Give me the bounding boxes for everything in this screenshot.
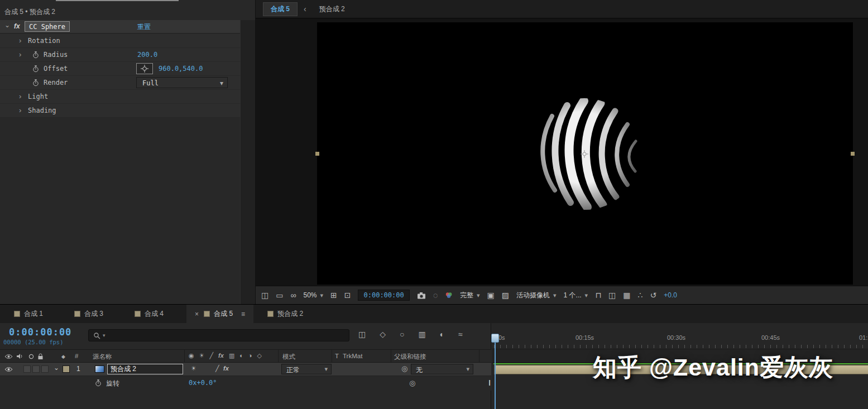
graph-editor-icon[interactable]: ≈ bbox=[458, 330, 463, 339]
panel-menu-icon[interactable]: ≡ bbox=[241, 310, 245, 318]
property-pickwhip-icon[interactable]: ◎ bbox=[409, 379, 415, 387]
solo-toggle-cell[interactable] bbox=[32, 365, 40, 373]
chevron-right-icon[interactable]: › bbox=[19, 36, 21, 45]
column-divider[interactable] bbox=[391, 350, 391, 362]
rotation-property-row[interactable]: 旋转 0x+0.0° ◎ bbox=[0, 376, 491, 391]
fx-switch-icon[interactable]: fx bbox=[223, 365, 229, 372]
property-row-light[interactable]: › Light bbox=[0, 90, 240, 104]
zoom-dropdown[interactable]: 50% ▾ bbox=[303, 291, 323, 299]
render-dropdown[interactable]: Full ▾ bbox=[136, 77, 228, 88]
search-input[interactable] bbox=[108, 331, 331, 339]
column-divider[interactable] bbox=[479, 350, 479, 362]
eye-icon[interactable] bbox=[4, 354, 13, 359]
mode-column-header[interactable]: 模式 bbox=[282, 353, 295, 361]
viewer-tab-precomp2[interactable]: 预合成 2 bbox=[313, 3, 352, 16]
resolution-dropdown[interactable]: 完整 ▾ bbox=[460, 291, 480, 300]
frame-blend-switch-icon[interactable]: ▥ bbox=[229, 352, 234, 359]
source-name-column-header[interactable]: 源名称 bbox=[93, 353, 112, 361]
layer-expand-caret-icon[interactable]: ⌄ bbox=[54, 364, 59, 372]
property-row-radius[interactable]: › Radius 200.0 bbox=[0, 48, 240, 62]
chevron-right-icon[interactable]: › bbox=[19, 106, 21, 114]
motion-blur-icon[interactable]: ◐ bbox=[440, 330, 444, 339]
close-icon[interactable]: × bbox=[195, 310, 199, 318]
parent-pickwhip-icon[interactable]: ◎ bbox=[401, 364, 407, 373]
fx-switch-icon[interactable]: fx bbox=[218, 352, 224, 359]
safe-margins-icon[interactable]: ⊡ bbox=[344, 291, 351, 300]
view-layout-icon[interactable]: ⊓ bbox=[595, 291, 601, 300]
draft-3d-icon[interactable]: ◇ bbox=[380, 330, 386, 339]
index-column-header[interactable]: # bbox=[75, 353, 78, 359]
chevron-down-icon[interactable]: ▾ bbox=[103, 333, 105, 338]
chevron-right-icon[interactable]: › bbox=[19, 92, 21, 100]
caret-open-icon[interactable]: ⌄ bbox=[4, 21, 10, 29]
property-row-rotation[interactable]: › Rotation bbox=[0, 34, 240, 48]
mini-flowchart-icon[interactable]: ◫ bbox=[358, 330, 366, 339]
property-row-offset[interactable]: Offset 960.0,540.0 bbox=[0, 62, 240, 76]
monitor-icon[interactable]: ▭ bbox=[276, 291, 283, 300]
effect-header-cc-sphere[interactable]: ⌄ fx CC Sphere 重置 bbox=[0, 20, 240, 33]
audio-toggle-cell[interactable] bbox=[23, 365, 31, 373]
playhead-line[interactable] bbox=[495, 334, 496, 409]
property-row-shading[interactable]: › Shading bbox=[0, 104, 240, 118]
parent-dropdown[interactable]: 无 ▾ bbox=[411, 364, 473, 374]
quality-switch-icon[interactable]: ╱ bbox=[209, 352, 213, 359]
camera-view-dropdown[interactable]: 活动摄像机 ▾ bbox=[516, 291, 557, 300]
blend-mode-dropdown[interactable]: 正常 ▾ bbox=[281, 364, 332, 374]
collapse-switch-icon[interactable]: ☀ bbox=[191, 365, 196, 372]
dual-view-icon[interactable]: ◫ bbox=[261, 291, 268, 300]
parent-link-column-header[interactable]: 父级和链接 bbox=[394, 353, 426, 361]
comp-edge-handle-left[interactable] bbox=[315, 152, 319, 156]
timeline-tab-precomp2[interactable]: 预合成 2 bbox=[259, 305, 311, 323]
playhead-handle[interactable] bbox=[491, 334, 499, 343]
timeline-search[interactable]: ▾ bbox=[88, 329, 349, 341]
layer-label-swatch[interactable] bbox=[63, 365, 70, 373]
stopwatch-icon[interactable] bbox=[32, 79, 39, 86]
collapse-switch-icon[interactable]: ☀ bbox=[199, 352, 205, 359]
layer-name-field[interactable]: 预合成 2 bbox=[107, 364, 183, 374]
fx-badge-icon[interactable]: fx bbox=[14, 22, 20, 30]
lock-icon[interactable] bbox=[37, 353, 44, 360]
grid-guides-icon[interactable]: ⊞ bbox=[330, 291, 337, 300]
pixel-aspect-icon[interactable]: ◫ bbox=[608, 291, 616, 300]
current-timecode[interactable]: 0:00:00:00 bbox=[9, 326, 71, 338]
region-of-interest-icon[interactable]: ▣ bbox=[487, 291, 495, 300]
exposure-value[interactable]: +0.0 bbox=[664, 291, 677, 299]
stopwatch-icon[interactable] bbox=[95, 379, 102, 387]
stopwatch-icon[interactable] bbox=[32, 51, 39, 59]
anchor-point-icon[interactable] bbox=[580, 150, 589, 158]
show-snapshot-icon[interactable]: ◌ bbox=[433, 291, 438, 300]
stereo-glasses-icon[interactable]: ∞ bbox=[290, 291, 296, 300]
property-row-render[interactable]: Render Full ▾ bbox=[0, 76, 240, 90]
frame-blend-icon[interactable]: ▥ bbox=[418, 330, 425, 339]
property-value[interactable]: 200.0 bbox=[137, 51, 157, 59]
channels-icon[interactable] bbox=[445, 292, 453, 299]
chevron-right-icon[interactable]: › bbox=[19, 50, 21, 59]
layer-eye-icon[interactable] bbox=[4, 367, 13, 372]
viewer-tab-comp5[interactable]: 合成 5 bbox=[263, 2, 298, 16]
back-arrow-icon[interactable]: ‹ bbox=[304, 4, 306, 13]
column-divider[interactable] bbox=[184, 350, 185, 362]
transparency-grid-icon[interactable]: ▨ bbox=[502, 291, 509, 300]
reset-exposure-icon[interactable]: ↺ bbox=[650, 291, 656, 300]
adjustment-switch-icon[interactable]: ◑ bbox=[248, 352, 252, 359]
view-count-dropdown[interactable]: 1 个... ▾ bbox=[564, 291, 588, 300]
shy-switch-icon[interactable]: ◉ bbox=[189, 352, 194, 359]
motion-blur-switch-icon[interactable]: ◐ bbox=[239, 352, 243, 359]
stopwatch-icon[interactable] bbox=[32, 65, 39, 73]
column-divider[interactable] bbox=[332, 350, 332, 362]
timeline-tab-comp4[interactable]: 合成 4 bbox=[126, 305, 172, 323]
scrollbar-gutter[interactable] bbox=[240, 20, 255, 304]
audio-icon[interactable] bbox=[16, 353, 23, 359]
composition-viewport[interactable] bbox=[256, 18, 868, 286]
trkmat-column-header[interactable]: TrkMat bbox=[343, 353, 362, 359]
quality-switch-icon[interactable]: ╱ bbox=[215, 365, 219, 372]
layer-row-1[interactable]: ⌄ 1 预合成 2 ☀ ╱ fx 正常 ▾ ◎ 无 ▾ bbox=[0, 363, 491, 376]
property-value[interactable]: 960.0,540.0 bbox=[159, 65, 203, 73]
fast-preview-icon[interactable]: ▦ bbox=[623, 291, 630, 300]
shy-layers-icon[interactable]: ○ bbox=[400, 330, 404, 339]
threed-switch-icon[interactable]: ◇ bbox=[257, 352, 262, 359]
solo-icon[interactable] bbox=[28, 354, 34, 359]
effect-name[interactable]: CC Sphere bbox=[25, 21, 70, 32]
column-divider[interactable] bbox=[278, 350, 279, 362]
label-tag-icon[interactable]: ◆ bbox=[61, 354, 65, 359]
